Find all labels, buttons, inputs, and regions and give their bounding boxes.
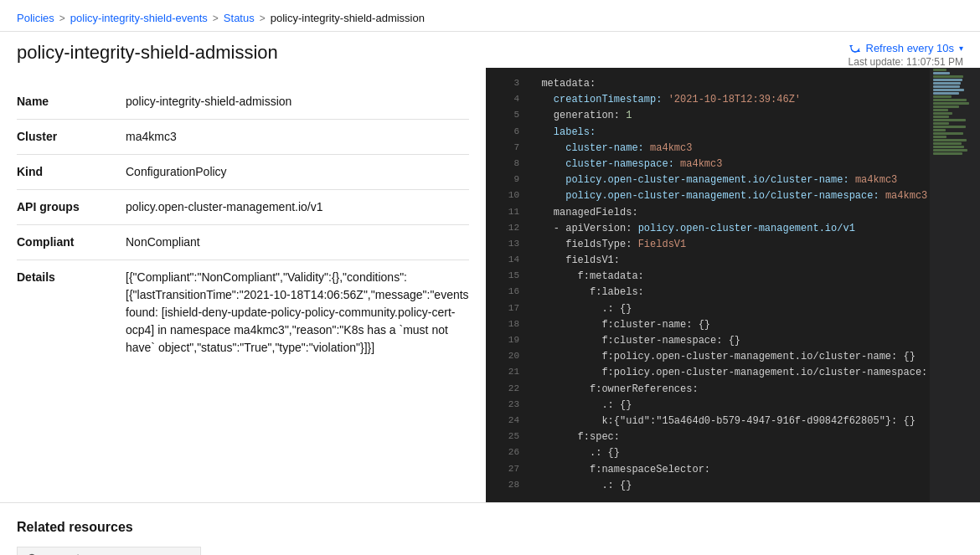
yaml-line: 24 k:{"uid":"15a464d0-b579-4947-916f-d90… — [486, 414, 980, 429]
yaml-line: 4 creationTimestamp: '2021-10-18T12:39:4… — [486, 92, 980, 108]
yaml-line: 25 f:spec: — [486, 429, 980, 445]
detail-label-api-groups: API groups — [17, 198, 126, 213]
pagination-next-button[interactable]: › — [949, 550, 963, 555]
yaml-content[interactable]: 3 metadata:4 creationTimestamp: '2021-10… — [486, 68, 980, 502]
detail-label-details: Details — [17, 269, 126, 284]
breadcrumb-sep-2: > — [213, 13, 219, 24]
refresh-label: Refresh every 10s — [866, 42, 955, 54]
breadcrumb-status[interactable]: Status — [224, 12, 255, 24]
yaml-line: 23 .: {} — [486, 398, 980, 414]
related-section: Related resources 1 - 1 of 1 ▾ ‹ › Name — [0, 503, 980, 555]
yaml-line: 26 .: {} — [486, 445, 980, 461]
breadcrumb-policies[interactable]: Policies — [17, 12, 54, 24]
yaml-line: 21 f:policy.open-cluster-management.io/c… — [486, 365, 980, 381]
header-row: policy-integrity-shield-admission Refres… — [0, 32, 980, 68]
refresh-area: Refresh every 10s ▾ Last update: 11:07:5… — [848, 42, 963, 68]
details-panel: Name policy-integrity-shield-admission C… — [0, 68, 486, 502]
breadcrumb: Policies > policy-integrity-shield-event… — [0, 0, 980, 32]
pagination-info: 1 - 1 of 1 ▾ ‹ › — [869, 550, 963, 555]
pagination-prev-button[interactable]: ‹ — [927, 550, 941, 555]
yaml-line: 22 f:ownerReferences: — [486, 382, 980, 398]
yaml-line: 10 policy.open-cluster-management.io/clu… — [486, 188, 980, 204]
yaml-line: 5 generation: 1 — [486, 108, 980, 124]
last-update: Last update: 11:07:51 PM — [848, 56, 963, 68]
yaml-line: 13 fieldsType: FieldsV1 — [486, 237, 980, 253]
refresh-icon — [849, 43, 861, 54]
yaml-line: 20 f:policy.open-cluster-management.io/c… — [486, 349, 980, 365]
yaml-line: 14 fieldsV1: — [486, 253, 980, 269]
yaml-line: 6 labels: — [486, 125, 980, 141]
yaml-panel: 3 metadata:4 creationTimestamp: '2021-10… — [486, 68, 980, 502]
breadcrumb-shield-events[interactable]: policy-integrity-shield-events — [70, 12, 208, 24]
page-title: policy-integrity-shield-admission — [17, 42, 278, 64]
refresh-button[interactable]: Refresh every 10s ▾ — [849, 42, 964, 54]
detail-label-cluster: Cluster — [17, 128, 126, 143]
detail-value-compliant: NonCompliant — [126, 234, 469, 251]
yaml-line: 8 cluster-namespace: ma4kmc3 — [486, 157, 980, 172]
detail-value-cluster: ma4kmc3 — [126, 128, 469, 146]
refresh-dropdown-icon: ▾ — [959, 44, 963, 53]
detail-value-details: [{"Compliant":"NonCompliant","Validity":… — [126, 269, 469, 357]
detail-row-api-groups: API groups policy.open-cluster-managemen… — [17, 190, 469, 225]
yaml-line: 3 metadata: — [486, 76, 980, 92]
detail-row-cluster: Cluster ma4kmc3 — [17, 120, 469, 155]
yaml-line: 28 .: {} — [486, 478, 980, 494]
yaml-line: 18 f:cluster-name: {} — [486, 317, 980, 333]
detail-value-name: policy-integrity-shield-admission — [126, 93, 469, 110]
yaml-line: 7 cluster-name: ma4kmc3 — [486, 141, 980, 157]
yaml-line: 16 f:labels: — [486, 285, 980, 301]
yaml-line: 12 - apiVersion: policy.open-cluster-man… — [486, 221, 980, 237]
detail-label-compliant: Compliant — [17, 234, 126, 249]
yaml-line: 15 f:metadata: — [486, 269, 980, 285]
detail-row-details: Details [{"Compliant":"NonCompliant","Va… — [17, 260, 469, 365]
detail-label-name: Name — [17, 93, 126, 108]
breadcrumb-sep-1: > — [59, 13, 65, 24]
breadcrumb-sep-3: > — [260, 13, 266, 24]
breadcrumb-current: policy-integrity-shield-admission — [271, 12, 425, 24]
yaml-line: 9 policy.open-cluster-management.io/clus… — [486, 172, 980, 188]
detail-label-kind: Kind — [17, 163, 126, 178]
related-title: Related resources — [17, 520, 963, 535]
detail-row-name: Name policy-integrity-shield-admission — [17, 85, 469, 120]
detail-value-kind: ConfigurationPolicy — [126, 163, 469, 181]
yaml-line: 17 .: {} — [486, 301, 980, 317]
main-content: Name policy-integrity-shield-admission C… — [0, 68, 980, 503]
detail-row-compliant: Compliant NonCompliant — [17, 225, 469, 260]
yaml-line: 19 f:cluster-namespace: {} — [486, 333, 980, 349]
detail-value-api-groups: policy.open-cluster-management.io/v1 — [126, 198, 469, 216]
search-box — [17, 547, 201, 555]
yaml-line: 11 managedFields: — [486, 205, 980, 221]
yaml-minimap — [930, 68, 980, 502]
detail-row-kind: Kind ConfigurationPolicy — [17, 155, 469, 190]
yaml-line: 27 f:namespaceSelector: — [486, 462, 980, 478]
table-toolbar: 1 - 1 of 1 ▾ ‹ › — [17, 547, 963, 555]
